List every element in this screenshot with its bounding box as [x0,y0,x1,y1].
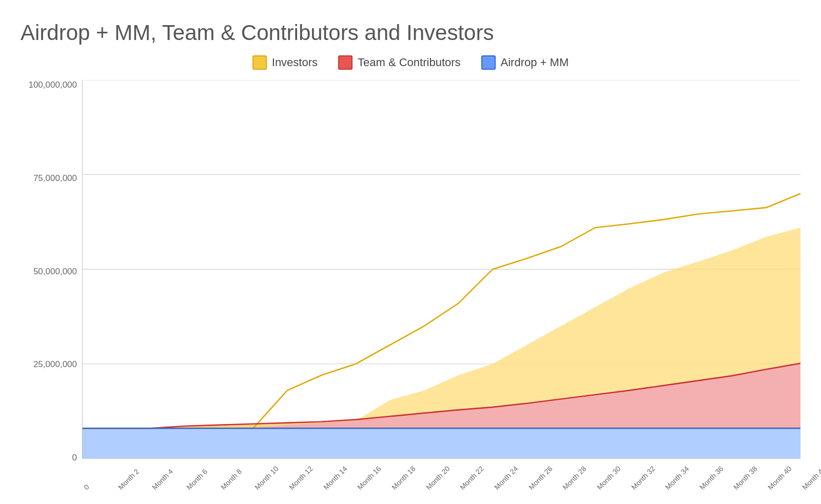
x-label-22: Month 22 [458,486,464,491]
y-label-100m: 100,000,000 [28,80,77,90]
team-swatch [338,55,353,70]
legend-item-team: Team & Contributors [338,55,461,70]
x-label-24: Month 24 [493,486,498,491]
plot-area: 0 Month 2 Month 4 Month 6 Month 8 Month … [82,80,800,494]
x-label-28: Month 28 [561,486,566,491]
chart-area: 100,000,000 75,000,000 50,000,000 25,000… [21,80,800,494]
x-label-36: Month 36 [698,486,703,491]
legend-item-investors: Investors [252,55,318,70]
x-label-4: Month 4 [150,486,156,491]
chart-title: Airdrop + MM, Team & Contributors and In… [21,21,800,45]
airdrop-area [82,428,800,458]
x-label-40: Month 40 [766,486,772,491]
x-label-20: Month 20 [424,486,430,491]
x-label-16: Month 16 [356,486,361,491]
chart-svg [82,80,800,486]
x-axis: 0 Month 2 Month 4 Month 6 Month 8 Month … [82,483,800,494]
x-label-34: Month 34 [663,486,669,491]
x-label-38: Month 38 [732,486,737,491]
chart-container: Airdrop + MM, Team & Contributors and In… [0,0,821,504]
x-label-18: Month 18 [390,486,396,491]
chart-legend: Investors Team & Contributors Airdrop + … [21,55,800,70]
y-label-75m: 75,000,000 [33,173,77,184]
x-label-10: Month 10 [253,486,259,491]
y-label-25m: 25,000,000 [33,359,77,370]
x-label-30: Month 30 [595,486,601,491]
x-label-14: Month 14 [322,486,327,491]
y-axis: 100,000,000 75,000,000 50,000,000 25,000… [21,80,82,494]
team-label: Team & Contributors [358,56,461,69]
x-label-6: Month 6 [185,486,190,491]
x-label-0: 0 [82,486,88,491]
legend-item-airdrop: Airdrop + MM [481,55,569,70]
investors-label: Investors [272,56,318,69]
x-label-32: Month 32 [630,486,635,491]
x-label-8: Month 8 [219,486,225,491]
y-label-0: 0 [72,453,77,463]
airdrop-swatch [481,55,496,70]
investors-swatch [252,55,267,70]
x-label-2: Month 2 [116,486,122,491]
x-label-12: Month 12 [287,486,293,491]
x-label-42: Month 42 [800,486,806,491]
y-label-50m: 50,000,000 [33,267,77,277]
airdrop-label: Airdrop + MM [501,56,569,69]
x-label-26: Month 26 [527,486,533,491]
